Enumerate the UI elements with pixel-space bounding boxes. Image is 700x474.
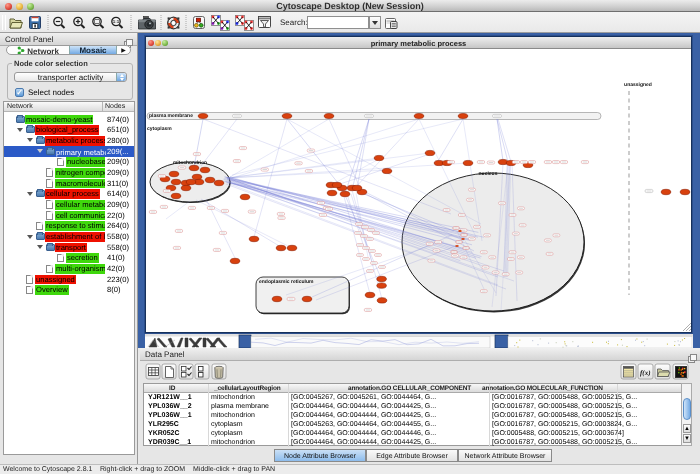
svg-text:nucleus: nucleus: [479, 171, 498, 177]
svg-text:endoplasmic reticulum: endoplasmic reticulum: [259, 279, 314, 285]
svg-text:f(x): f(x): [640, 369, 651, 377]
svg-text:1:1: 1:1: [113, 19, 120, 24]
svg-text:cytoplasm: cytoplasm: [147, 126, 172, 132]
svg-text:unassigned: unassigned: [624, 82, 652, 88]
svg-text:plasma membrane: plasma membrane: [149, 113, 193, 119]
